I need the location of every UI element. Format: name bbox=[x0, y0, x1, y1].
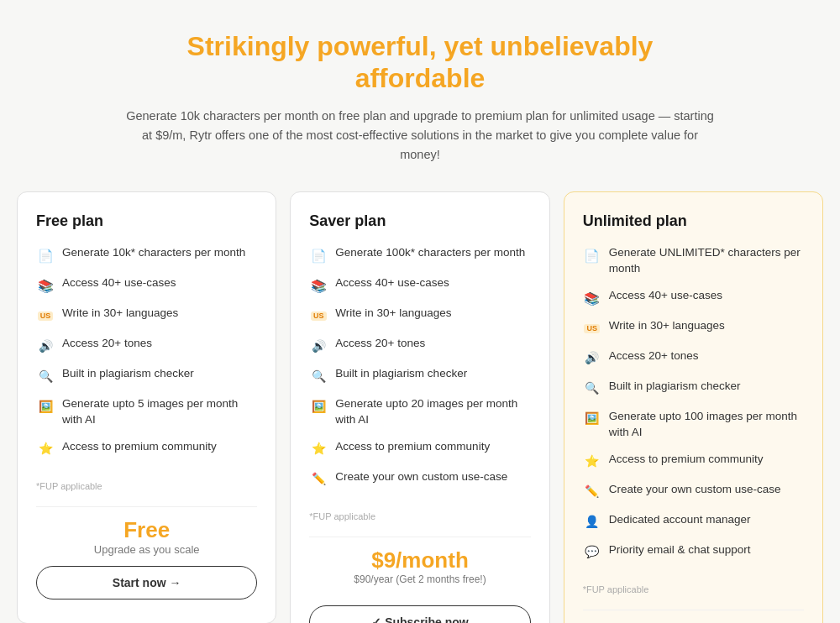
pencil-icon bbox=[309, 470, 328, 489]
plan-title-saver: Saver plan bbox=[309, 212, 530, 230]
price-annual-saver: $90/year (Get 2 months free!) bbox=[309, 573, 530, 585]
feature-text: Access 20+ tones bbox=[335, 336, 425, 352]
book-icon bbox=[583, 289, 601, 307]
plan-card-free: Free plan Generate 10k* characters per m… bbox=[17, 191, 276, 623]
price-section-saver: $9/month$90/year (Get 2 months free!)✓ S… bbox=[309, 537, 530, 623]
image-icon bbox=[583, 410, 601, 428]
star-icon bbox=[36, 440, 55, 458]
feature-item: Access to premium community bbox=[583, 452, 804, 471]
feature-item: Access 20+ tones bbox=[309, 336, 530, 355]
star-icon bbox=[309, 440, 328, 458]
subscribe-btn-free[interactable]: Start now → bbox=[36, 566, 257, 599]
feature-text: Generate 100k* characters per month bbox=[335, 245, 525, 261]
price-label-free: Upgrade as you scale bbox=[36, 543, 257, 556]
page-subtitle: Generate 10k characters per month on fre… bbox=[126, 107, 714, 165]
fup-note-saver: *FUP applicable bbox=[309, 511, 530, 521]
feature-text: Access 40+ use-cases bbox=[62, 275, 176, 291]
feature-item: Generate UNLIMITED* characters per month bbox=[583, 245, 804, 277]
plan-title-unlimited: Unlimited plan bbox=[583, 212, 804, 230]
feature-text: Write in 30+ languages bbox=[335, 306, 451, 322]
feature-item: Built in plagiarism checker bbox=[309, 366, 530, 385]
feature-item: Write in 30+ languages bbox=[309, 306, 530, 325]
feature-item: Generate upto 5 images per month with AI bbox=[36, 396, 257, 428]
feature-item: Generate 10k* characters per month bbox=[36, 245, 257, 264]
feature-item: Access 40+ use-cases bbox=[36, 275, 257, 295]
feature-text: Access 40+ use-cases bbox=[335, 275, 449, 291]
features-list-unlimited: Generate UNLIMITED* characters per month… bbox=[583, 245, 804, 573]
doc-icon bbox=[36, 246, 55, 264]
subscribe-btn-saver[interactable]: ✓ Subscribe now bbox=[309, 605, 530, 623]
feature-text: Built in plagiarism checker bbox=[609, 379, 741, 395]
doc-icon bbox=[583, 246, 601, 264]
page-header: Strikingly powerful, yet unbelievably af… bbox=[126, 30, 714, 165]
feature-item: Built in plagiarism checker bbox=[36, 366, 257, 385]
us-icon bbox=[583, 319, 601, 338]
star-icon bbox=[583, 453, 601, 471]
plan-title-free: Free plan bbox=[36, 212, 257, 230]
feature-text: Access to premium community bbox=[62, 439, 217, 455]
feature-item: Generate upto 20 images per month with A… bbox=[309, 396, 530, 428]
search-icon bbox=[309, 367, 328, 385]
feature-item: Priority email & chat support bbox=[583, 542, 804, 562]
tone-icon bbox=[309, 337, 328, 355]
feature-text: Access 20+ tones bbox=[62, 336, 152, 352]
feature-text: Priority email & chat support bbox=[609, 542, 751, 558]
feature-text: Write in 30+ languages bbox=[609, 318, 725, 334]
feature-item: Write in 30+ languages bbox=[583, 318, 804, 338]
feature-item: Access to premium community bbox=[36, 439, 257, 458]
features-list-saver: Generate 100k* characters per month Acce… bbox=[309, 245, 530, 500]
feature-text: Built in plagiarism checker bbox=[335, 366, 467, 382]
plan-card-saver: Saver plan Generate 100k* characters per… bbox=[290, 191, 549, 623]
feature-item: Access 40+ use-cases bbox=[583, 288, 804, 307]
price-section-free: FreeUpgrade as you scaleStart now → bbox=[36, 506, 257, 599]
book-icon bbox=[36, 276, 55, 295]
feature-text: Generate upto 20 images per month with A… bbox=[335, 396, 530, 428]
feature-text: Generate UNLIMITED* characters per month bbox=[609, 245, 804, 277]
fup-note-free: *FUP applicable bbox=[36, 481, 257, 491]
pricing-cards: Free plan Generate 10k* characters per m… bbox=[17, 191, 823, 623]
feature-item: Access 40+ use-cases bbox=[309, 275, 530, 295]
feature-item: Built in plagiarism checker bbox=[583, 379, 804, 398]
feature-item: Create your own custom use-case bbox=[583, 482, 804, 501]
feature-text: Dedicated account manager bbox=[609, 512, 751, 528]
search-icon bbox=[583, 380, 601, 398]
search-icon bbox=[36, 367, 55, 385]
feature-text: Generate 10k* characters per month bbox=[62, 245, 245, 261]
us-icon bbox=[309, 306, 328, 325]
feature-item: Dedicated account manager bbox=[583, 512, 804, 531]
feature-item: Create your own custom use-case bbox=[309, 469, 530, 489]
tone-icon bbox=[36, 337, 55, 355]
doc-icon bbox=[309, 246, 328, 264]
image-icon bbox=[36, 397, 55, 416]
page-title: Strikingly powerful, yet unbelievably af… bbox=[126, 30, 714, 95]
feature-item: Access 20+ tones bbox=[36, 336, 257, 355]
feature-text: Create your own custom use-case bbox=[609, 482, 781, 498]
feature-text: Generate upto 5 images per month with AI bbox=[62, 396, 257, 428]
feature-item: Generate 100k* characters per month bbox=[309, 245, 530, 264]
feature-text: Built in plagiarism checker bbox=[62, 366, 194, 382]
feature-text: Write in 30+ languages bbox=[62, 306, 178, 322]
price-main-saver: $9/month bbox=[309, 547, 530, 573]
feature-item: Generate upto 100 images per month with … bbox=[583, 409, 804, 441]
pencil-icon bbox=[583, 483, 601, 501]
feature-text: Create your own custom use-case bbox=[335, 469, 507, 485]
fup-note-unlimited: *FUP applicable bbox=[583, 584, 804, 594]
feature-item: Access to premium community bbox=[309, 439, 530, 458]
feature-text: Access to premium community bbox=[335, 439, 490, 455]
feature-item: Write in 30+ languages bbox=[36, 306, 257, 325]
person-icon bbox=[583, 513, 601, 531]
feature-item: Access 20+ tones bbox=[583, 348, 804, 368]
features-list-free: Generate 10k* characters per month Acces… bbox=[36, 245, 257, 469]
feature-text: Access to premium community bbox=[609, 452, 764, 468]
price-section-unlimited: $29/month$290/year (Get 2 months free!)✓… bbox=[583, 610, 804, 623]
image-icon bbox=[309, 397, 328, 416]
tone-icon bbox=[583, 349, 601, 368]
plan-card-unlimited: Unlimited plan Generate UNLIMITED* chara… bbox=[564, 191, 823, 623]
price-main-free: Free bbox=[36, 517, 257, 543]
feature-text: Access 20+ tones bbox=[609, 348, 699, 364]
feature-text: Access 40+ use-cases bbox=[609, 288, 722, 304]
chat-icon bbox=[583, 543, 601, 562]
feature-text: Generate upto 100 images per month with … bbox=[609, 409, 804, 441]
book-icon bbox=[309, 276, 328, 295]
us-icon bbox=[36, 306, 55, 325]
